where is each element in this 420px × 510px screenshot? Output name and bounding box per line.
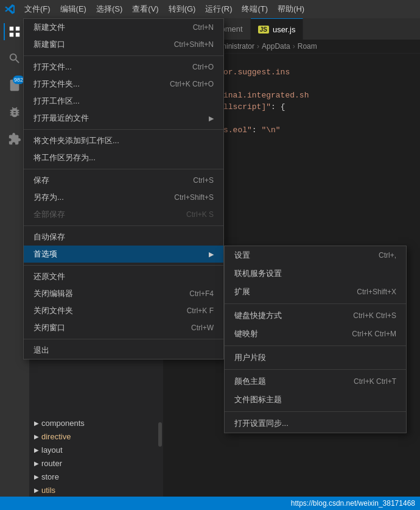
menu-label: 键映射	[234, 328, 258, 339]
shortcut: Ctrl+K Ctrl+O	[170, 80, 214, 88]
sidebar-item-components[interactable]: ▶ components	[29, 416, 163, 430]
activity-debug[interactable]	[4, 101, 26, 123]
separator	[24, 265, 223, 266]
menu-item-close-window[interactable]: 关闭窗口 Ctrl+W	[24, 319, 223, 336]
activity-extensions[interactable]	[4, 128, 26, 150]
pref-item-file-icon-theme[interactable]: 文件图标主题	[225, 391, 406, 409]
menu-label: 打开文件...	[33, 62, 72, 73]
pref-item-settings[interactable]: 设置 Ctrl+,	[225, 246, 406, 264]
folder-label: utils	[41, 486, 55, 495]
explorer-lower: ▶ components ▶ directive ▶ layout ▶ rout…	[29, 416, 163, 497]
breadcrumb-part: Roam	[298, 42, 317, 51]
separator	[24, 129, 223, 130]
menu-label: 关闭文件夹	[33, 305, 73, 316]
pref-item-keybindings[interactable]: 键盘快捷方式 Ctrl+K Ctrl+S	[225, 306, 406, 325]
activity-search[interactable]	[4, 48, 26, 69]
menu-label: 文件图标主题	[234, 394, 282, 405]
sidebar-item-utils[interactable]: ▶ utils	[29, 483, 163, 497]
folder-label: store	[41, 472, 59, 481]
menu-label: 新建文件	[33, 22, 65, 33]
sidebar-item-layout[interactable]: ▶ layout	[29, 443, 163, 456]
sidebar-item-store[interactable]: ▶ store	[29, 470, 163, 483]
menu-label: 键盘快捷方式	[234, 310, 282, 321]
title-bar: 文件(F) 编辑(E) 选择(S) 查看(V) 转到(G) 运行(R) 终端(T…	[0, 0, 420, 18]
shortcut: Ctrl+K F	[187, 306, 214, 315]
shortcut: Ctrl+K Ctrl+M	[352, 330, 396, 338]
activity-scm[interactable]: 982	[4, 74, 26, 96]
shortcut: Ctrl+F4	[189, 289, 214, 298]
menu-item-save-workspace-as[interactable]: 将工作区另存为...	[24, 149, 223, 166]
menu-terminal[interactable]: 终端(T)	[237, 1, 273, 17]
menu-label: 将文件夹添加到工作区...	[33, 135, 119, 146]
shortcut: Ctrl+K Ctrl+S	[353, 311, 396, 320]
tab-user-js[interactable]: JS user.js	[251, 18, 304, 40]
menu-label: 打开设置同步...	[234, 418, 289, 429]
collapse-arrow: ▶	[34, 473, 39, 480]
pref-item-extensions[interactable]: 扩展 Ctrl+Shift+X	[225, 283, 406, 301]
menu-label: 颜色主题	[234, 376, 266, 387]
menu-label: 联机服务设置	[234, 268, 282, 279]
collapse-arrow: ▶	[34, 447, 39, 453]
menu-item-close-folder[interactable]: 关闭文件夹 Ctrl+K F	[24, 302, 223, 319]
pref-item-sync[interactable]: 打开设置同步...	[225, 414, 406, 433]
menu-item-open-file[interactable]: 打开文件... Ctrl+O	[24, 58, 223, 76]
collapse-arrow: ▶	[34, 420, 39, 427]
menu-item-preferences[interactable]: 首选项 ▶	[24, 246, 223, 263]
pref-item-color-theme[interactable]: 颜色主题 Ctrl+K Ctrl+T	[225, 372, 406, 391]
menu-item-close-editor[interactable]: 关闭编辑器 Ctrl+F4	[24, 285, 223, 302]
activity-explorer[interactable]	[4, 21, 26, 43]
pref-item-snippets[interactable]: 用户片段	[225, 349, 406, 367]
folder-label: components	[41, 419, 85, 428]
pref-item-online-settings[interactable]: 联机服务设置	[225, 264, 406, 283]
menu-item-open-folder[interactable]: 打开文件夹... Ctrl+K Ctrl+O	[24, 76, 223, 93]
menu-run[interactable]: 运行(R)	[200, 1, 237, 17]
menu-label: 将工作区另存为...	[33, 152, 96, 163]
submenu-arrow: ▶	[209, 115, 214, 122]
menu-item-auto-save[interactable]: 自动保存	[24, 228, 223, 246]
scrollbar[interactable]	[158, 422, 162, 447]
menu-label: 关闭窗口	[33, 322, 65, 333]
shortcut: Ctrl+Shift+S	[174, 193, 214, 202]
menu-file[interactable]: 文件(F)	[19, 1, 55, 17]
folder-label: layout	[41, 445, 63, 455]
menu-item-save[interactable]: 保存 Ctrl+S	[24, 172, 223, 189]
vscode-icon	[5, 4, 15, 14]
menu-label: 首选项	[33, 249, 57, 260]
shortcut: Ctrl+Shift+X	[357, 288, 396, 296]
separator	[225, 303, 406, 304]
menu-label: 打开文件夹...	[33, 79, 80, 90]
menu-item-save-as[interactable]: 另存为... Ctrl+Shift+S	[24, 189, 223, 206]
menu-label: 用户片段	[234, 352, 266, 363]
menu-label: 打开工作区...	[33, 96, 80, 107]
sidebar-item-directive[interactable]: ▶ directive	[29, 430, 163, 443]
menu-select[interactable]: 选择(S)	[91, 1, 127, 17]
menu-item-new-window[interactable]: 新建窗口 Ctrl+Shift+N	[24, 36, 223, 53]
menu-item-add-folder[interactable]: 将文件夹添加到工作区...	[24, 132, 223, 149]
menu-help[interactable]: 帮助(H)	[273, 1, 309, 17]
menu-label: 另存为...	[33, 192, 64, 203]
menu-label: 保存	[33, 175, 49, 186]
menu-item-open-workspace[interactable]: 打开工作区...	[24, 93, 223, 110]
collapse-arrow: ▶	[34, 433, 39, 440]
menu-goto[interactable]: 转到(G)	[164, 1, 201, 17]
breadcrumb-part: AppData	[262, 42, 290, 51]
menu-item-quit[interactable]: 退出	[24, 342, 223, 359]
js-file-icon: JS	[258, 26, 269, 34]
menu-label: 自动保存	[33, 232, 65, 243]
shortcut: Ctrl+K S	[186, 210, 214, 219]
shortcut: Ctrl+,	[379, 251, 396, 260]
pref-item-keymaps[interactable]: 键映射 Ctrl+K Ctrl+M	[225, 325, 406, 343]
status-link[interactable]: https://blog.csdn.net/weixin_38171468	[291, 499, 415, 508]
menu-item-revert[interactable]: 还原文件	[24, 268, 223, 285]
shortcut: Ctrl+K Ctrl+T	[354, 377, 396, 386]
menu-label: 扩展	[234, 286, 250, 297]
folder-label: router	[41, 459, 62, 468]
menu-edit[interactable]: 编辑(E)	[55, 1, 91, 17]
collapse-arrow: ▶	[34, 460, 39, 467]
sidebar-item-router[interactable]: ▶ router	[29, 456, 163, 470]
menu-label: 全部保存	[33, 209, 65, 220]
shortcut: Ctrl+O	[192, 63, 214, 71]
menu-item-open-recent[interactable]: 打开最近的文件 ▶	[24, 110, 223, 127]
menu-view[interactable]: 查看(V)	[127, 1, 163, 17]
menu-item-new-file[interactable]: 新建文件 Ctrl+N	[24, 19, 223, 36]
